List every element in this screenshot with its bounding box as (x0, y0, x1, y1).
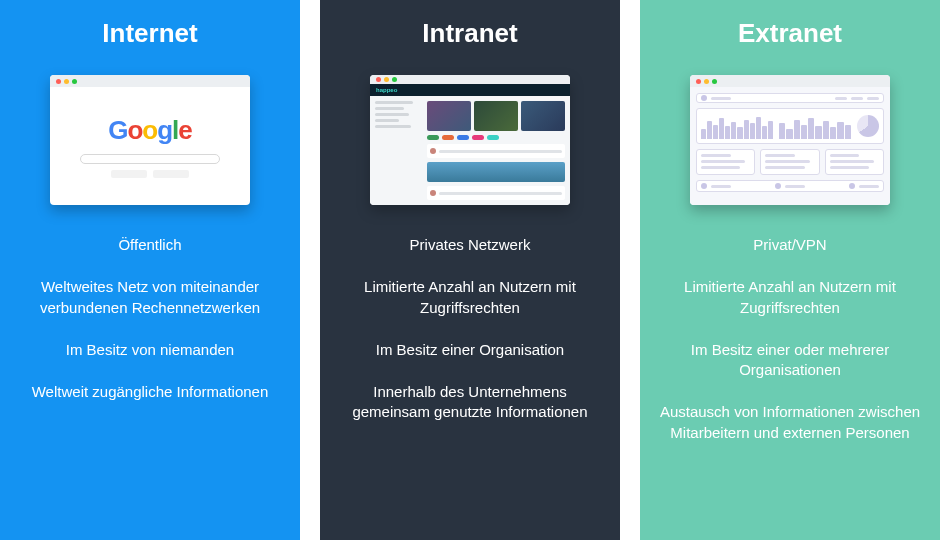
feature-item: Innerhalb des Unternehmens gemeinsam gen… (338, 382, 602, 423)
wire-card (696, 149, 755, 175)
bar-chart-icon (779, 113, 851, 139)
avatar-icon (775, 183, 781, 189)
avatar-icon (701, 183, 707, 189)
feature-item: Im Besitz einer oder mehrerer Organisati… (658, 340, 922, 381)
intranet-brand-logo: happeo (376, 87, 397, 93)
column-internet: Internet Google Öffentlich Weltweites Ne… (0, 0, 300, 540)
google-search-bar (80, 154, 220, 164)
google-screenshot: Google (50, 87, 250, 205)
wire-navbar (696, 93, 884, 103)
feature-list-internet: Öffentlich Weltweites Netz von miteinand… (18, 235, 282, 402)
dot-red-icon (696, 79, 701, 84)
intranet-tag-chips (427, 135, 565, 140)
dot-green-icon (72, 79, 77, 84)
wire-cards-row (696, 149, 884, 175)
dot-green-icon (712, 79, 717, 84)
feature-list-extranet: Privat/VPN Limitierte Anzahl an Nutzern … (658, 235, 922, 443)
feature-item: Limitierte Anzahl an Nutzern mit Zugriff… (658, 277, 922, 318)
column-title-extranet: Extranet (738, 18, 842, 49)
column-title-internet: Internet (102, 18, 197, 49)
wire-card (825, 149, 884, 175)
intranet-post (427, 144, 565, 158)
bar-chart-icon (701, 113, 773, 139)
feature-item: Privat/VPN (658, 235, 922, 255)
column-intranet: Intranet happeo (320, 0, 620, 540)
dot-yellow-icon (64, 79, 69, 84)
feature-list-intranet: Privates Netzwerk Limitierte Anzahl an N… (338, 235, 602, 423)
browser-mock-intranet: happeo (370, 75, 570, 205)
column-title-intranet: Intranet (422, 18, 517, 49)
wire-card (760, 149, 819, 175)
browser-mock-google: Google (50, 75, 250, 205)
google-buttons (111, 170, 189, 178)
wire-charts-panel (696, 108, 884, 144)
feature-item: Öffentlich (18, 235, 282, 255)
dot-green-icon (392, 77, 397, 82)
window-chrome-dots (370, 75, 570, 84)
dot-yellow-icon (704, 79, 709, 84)
feature-item: Limitierte Anzahl an Nutzern mit Zugriff… (338, 277, 602, 318)
intranet-sidebar (375, 101, 423, 200)
column-extranet: Extranet (640, 0, 940, 540)
intranet-feed (427, 101, 565, 200)
intranet-screenshot: happeo (370, 84, 570, 205)
dot-yellow-icon (384, 77, 389, 82)
feature-item: Weltweites Netz von miteinander verbunde… (18, 277, 282, 318)
dot-red-icon (56, 79, 61, 84)
window-chrome-dots (50, 75, 250, 87)
dot-red-icon (376, 77, 381, 82)
wire-footer (696, 180, 884, 192)
intranet-hero-tiles (427, 101, 565, 131)
google-logo-icon: Google (108, 115, 192, 146)
browser-mock-extranet (690, 75, 890, 205)
feature-item: Weltweit zugängliche Informationen (18, 382, 282, 402)
feature-item: Austausch von Informationen zwischen Mit… (658, 402, 922, 443)
feature-item: Im Besitz einer Organisation (338, 340, 602, 360)
feature-item: Privates Netzwerk (338, 235, 602, 255)
extranet-wireframe (690, 87, 890, 205)
pie-chart-icon (857, 115, 879, 137)
avatar-icon (849, 183, 855, 189)
avatar-icon (701, 95, 707, 101)
intranet-photo (427, 162, 565, 182)
intranet-post (427, 186, 565, 200)
feature-item: Im Besitz von niemanden (18, 340, 282, 360)
window-chrome-dots (690, 75, 890, 87)
intranet-topbar: happeo (370, 84, 570, 96)
